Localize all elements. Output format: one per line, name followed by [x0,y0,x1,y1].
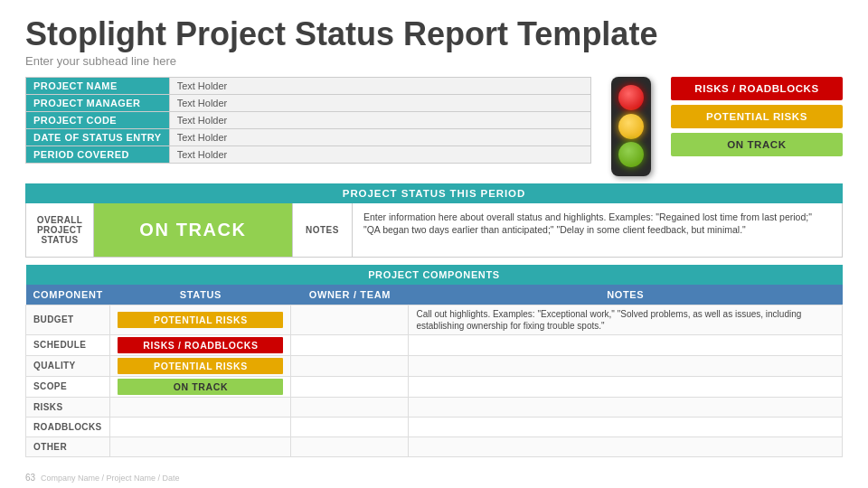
component-notes [409,334,843,355]
component-name: SCOPE [26,376,110,397]
col-header-owner---team: OWNER / TEAM [291,285,409,305]
project-status-section: PROJECT STATUS THIS PERIOD OVERALLPROJEC… [25,183,843,258]
component-name: OTHER [26,436,110,456]
info-label: PROJECT MANAGER [26,94,170,111]
component-owner [291,305,409,334]
top-section: PROJECT NAMEText HolderPROJECT MANAGERTe… [25,77,843,176]
component-owner [291,397,409,417]
info-value: Text Holder [169,111,590,128]
legend-btn-red[interactable]: RISKS / ROADBLOCKS [671,77,843,100]
legend-wrap: RISKS / ROADBLOCKSPOTENTIAL RISKSON TRAC… [671,77,843,156]
notes-text: Enter information here about overall sta… [353,203,842,257]
col-header-notes: NOTES [409,285,843,305]
component-notes [409,376,843,397]
component-row: QUALITYPOTENTIAL RISKS [26,355,843,376]
info-row: DATE OF STATUS ENTRYText Holder [26,128,591,145]
component-row: OTHER [26,436,843,456]
subtitle: Enter your subhead line here [25,54,843,68]
info-label: PERIOD COVERED [26,145,170,163]
status-section-header: PROJECT STATUS THIS PERIOD [25,183,843,203]
components-table: PROJECT COMPONENTSCOMPONENTSTATUSOWNER /… [25,265,843,457]
info-value: Text Holder [169,128,590,145]
component-row: SCHEDULERISKS / ROADBLOCKS [26,334,843,355]
component-status: POTENTIAL RISKS [110,355,291,376]
component-notes [409,436,843,456]
info-row: PROJECT NAMEText Holder [26,77,591,94]
col-header-status: STATUS [110,285,291,305]
component-status: RISKS / ROADBLOCKS [110,334,291,355]
info-row: PROJECT MANAGERText Holder [26,94,591,111]
main-title: Stoplight Project Status Report Template [25,16,843,52]
component-status [110,397,291,417]
status-badge-red: RISKS / ROADBLOCKS [118,337,283,353]
status-badge-green: ON TRACK [118,379,283,395]
component-notes [409,355,843,376]
page: Stoplight Project Status Report Template… [0,0,868,488]
info-value: Text Holder [169,77,590,94]
info-label: DATE OF STATUS ENTRY [26,128,170,145]
info-label: PROJECT NAME [26,77,170,94]
stoplight-red [618,85,644,110]
component-name: SCHEDULE [26,334,110,355]
component-status: POTENTIAL RISKS [110,305,291,334]
stoplight [611,77,651,176]
overall-status-value: ON TRACK [94,203,293,257]
overall-status-label: OVERALLPROJECTSTATUS [26,203,94,257]
status-row: OVERALLPROJECTSTATUS ON TRACK NOTES Ente… [25,203,843,258]
component-row: RISKS [26,397,843,417]
component-owner [291,417,409,436]
status-badge-yellow: POTENTIAL RISKS [118,358,283,374]
component-status [110,417,291,436]
info-table: PROJECT NAMEText HolderPROJECT MANAGERTe… [25,77,591,164]
component-row: BUDGETPOTENTIAL RISKSCall out highlights… [26,305,843,334]
col-header-component: COMPONENT [26,285,110,305]
component-status: ON TRACK [110,376,291,397]
component-row: SCOPEON TRACK [26,376,843,397]
info-row: PERIOD COVEREDText Holder [26,145,591,163]
info-label: PROJECT CODE [26,111,170,128]
info-row: PROJECT CODEText Holder [26,111,591,128]
status-badge-yellow: POTENTIAL RISKS [118,312,283,328]
component-notes [409,397,843,417]
component-owner [291,334,409,355]
component-status [110,436,291,456]
component-owner [291,355,409,376]
company-label: Company Name / Project Name / Date [41,474,180,483]
component-row: ROADBLOCKS [26,417,843,436]
page-number: 63 [25,473,35,483]
legend-btn-yellow[interactable]: POTENTIAL RISKS [671,105,843,128]
component-name: QUALITY [26,355,110,376]
legend-btn-green[interactable]: ON TRACK [671,133,843,156]
component-owner [291,436,409,456]
component-notes: Call out highlights. Examples: "Exceptio… [409,305,843,334]
notes-label: NOTES [293,203,353,257]
component-name: ROADBLOCKS [26,417,110,436]
info-value: Text Holder [169,145,590,163]
component-owner [291,376,409,397]
components-section-header: PROJECT COMPONENTS [26,265,843,285]
component-name: BUDGET [26,305,110,334]
stoplight-green [618,142,644,167]
component-name: RISKS [26,397,110,417]
component-notes [409,417,843,436]
components-section: PROJECT COMPONENTSCOMPONENTSTATUSOWNER /… [25,265,843,457]
stoplight-wrap [611,77,651,176]
stoplight-yellow [618,114,644,139]
info-value: Text Holder [169,94,590,111]
